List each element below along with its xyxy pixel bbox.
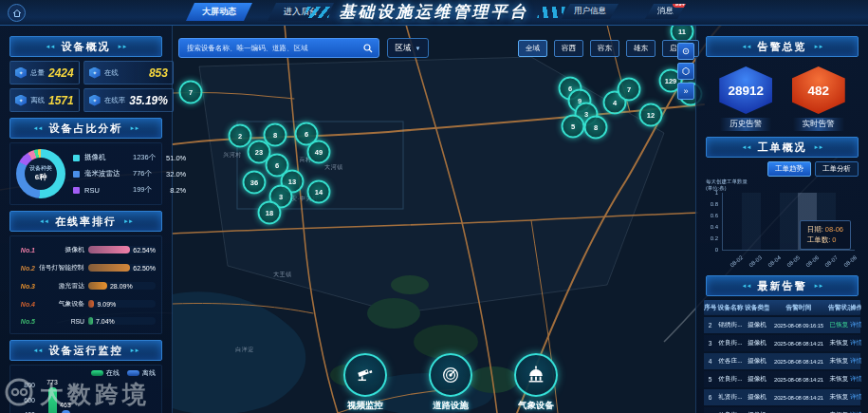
rank-percentage: 7.04% <box>96 318 115 325</box>
locate-button[interactable] <box>677 43 694 60</box>
cell-alarm-time: 2025-08-08 08:14:21 <box>769 359 828 365</box>
rank-bar-track: 28.09% <box>88 282 156 290</box>
column-header: 序号 <box>704 303 716 312</box>
filter-chip-2[interactable]: 容东 <box>590 40 619 57</box>
map-place-label: 大河镇 <box>324 163 343 172</box>
monitor-bar-value: 463 <box>56 402 76 408</box>
rank-percentage: 62.50% <box>133 265 156 272</box>
map-place-label: 兴河村 <box>223 151 242 160</box>
column-header: 告警时间 <box>769 303 828 312</box>
filter-chip-3[interactable]: 雄东 <box>626 40 656 57</box>
search-icon[interactable] <box>363 40 373 57</box>
table-row: 7佐良街...摄像机2025-08-08 08:14:21未恢复详情 <box>704 407 860 413</box>
cluster-marker[interactable]: 7 <box>618 78 641 102</box>
cell-device-name: 佐良街... <box>716 339 745 347</box>
header-arrow-icon: ◄◄ <box>33 347 43 353</box>
region-dropdown[interactable]: 区域 ▼ <box>387 38 429 58</box>
donut-center-value: 6种 <box>35 173 46 182</box>
legend-swatch <box>73 187 80 194</box>
device-stat-icon: ✦ <box>89 67 101 79</box>
device-stat-label: 在线率 <box>104 96 126 105</box>
detail-link[interactable]: 详情 <box>850 357 861 366</box>
filter-chip-1[interactable]: 容西 <box>554 40 583 57</box>
cluster-marker[interactable]: 7 <box>179 81 203 104</box>
device-overview-title: 设备概况 <box>62 40 111 54</box>
rank-bar <box>88 300 94 308</box>
device-stat-card: ✦在线率35.19% <box>83 88 174 112</box>
detail-link[interactable]: 详情 <box>850 321 861 329</box>
device-ratio-panel: 设备种类 6种 摄像机1236个51.0%毫米波雷达776个32.0%RSU19… <box>9 142 162 205</box>
quick-buttons: 视频监控道路设施气象设备 <box>334 353 567 412</box>
map-filter-chips: 全域容西容东雄东启动区 <box>518 40 699 57</box>
device-stat-label: 在线 <box>104 68 119 78</box>
detail-link[interactable]: 详情 <box>850 393 861 402</box>
cluster-marker[interactable]: 12 <box>639 103 663 127</box>
section-header-device-monitor: ◄◄ 设备运行监控 ►► <box>9 340 162 361</box>
collapse-button[interactable]: » <box>677 83 694 100</box>
legend-pct: 8.2% <box>170 186 186 195</box>
cell-alarm-time: 2025-08-08 08:14:21 <box>769 377 828 383</box>
home-button[interactable] <box>8 4 26 22</box>
cell-alarm-status: 未恢复 <box>828 375 850 384</box>
device-ratio-donut-chart: 设备种类 6种 <box>16 149 65 198</box>
tab-workorder-trend[interactable]: 工单趋势 <box>767 161 811 177</box>
header-arrow-icon: ►► <box>130 125 139 131</box>
cluster-marker[interactable]: 36 <box>243 171 267 195</box>
monitor-bar-value: 773 <box>43 379 63 385</box>
rank-bar-track: 7.04% <box>88 317 156 325</box>
cluster-marker[interactable]: 2 <box>229 124 252 148</box>
legend-count: 199个 <box>133 185 161 195</box>
x-axis-label: 08-03 <box>748 254 764 268</box>
nav-screen-dynamic[interactable]: 大屏动态 <box>186 3 252 21</box>
header-arrow-icon: ►► <box>814 283 823 289</box>
page-title: 基础设施运维管理平台 <box>340 1 529 23</box>
rank-name: 摄像机 <box>39 245 84 254</box>
cluster-marker[interactable]: 18 <box>258 201 282 225</box>
nav-messages[interactable]: 消息99+ <box>645 4 686 19</box>
device-monitor-legend: 在线离线 <box>91 368 156 378</box>
alarm-card: 482实时告警 <box>792 66 845 131</box>
video-monitor-button[interactable]: 视频监控 <box>334 353 397 412</box>
chart-column <box>742 193 761 250</box>
tab-workorder-analysis[interactable]: 工单分析 <box>815 161 859 177</box>
cell-no: 5 <box>704 376 716 383</box>
header-arrow-icon: ◄◄ <box>33 125 43 131</box>
road-facility-button[interactable]: 道路设施 <box>419 353 482 412</box>
y-axis-tick: 800 <box>16 382 35 388</box>
legend-name: RSU <box>84 186 128 195</box>
section-header-online-ranking: ◄◄ 在线率排行 ►► <box>9 211 162 232</box>
search-input[interactable] <box>185 43 363 53</box>
online-ranking-panel: No.1摄像机62.54%No.2信号灯智能控制器62.50%No.3激光雷达2… <box>9 235 162 334</box>
legend-swatch <box>73 171 80 178</box>
cluster-marker[interactable]: 5 <box>562 115 585 139</box>
y-axis-tick: 0.8 <box>708 201 718 207</box>
donut-center-text: 设备种类 <box>29 165 52 173</box>
legend-swatch <box>73 155 80 161</box>
cluster-marker[interactable]: 8 <box>584 116 608 140</box>
y-axis-tick: 0.6 <box>708 213 718 218</box>
rank-bar <box>88 264 130 272</box>
workorder-trend-chart: 每天创建工单数量(单位:条) 08-0208-0308-0408-0508-06… <box>706 178 859 270</box>
online-ranking-title: 在线率排行 <box>55 215 117 229</box>
filter-chip-0[interactable]: 全域 <box>518 40 547 57</box>
cell-no: 4 <box>704 358 716 365</box>
monitor-bar-group: 773463 <box>48 387 70 413</box>
ranking-row: No.4气象设备9.09% <box>16 299 156 309</box>
ranking-row: No.3激光雷达28.09% <box>16 281 156 291</box>
monitor-bar-wrap: 773 <box>48 387 57 413</box>
layers-button[interactable] <box>677 63 694 80</box>
title-decoration-left <box>304 7 332 18</box>
legend-label: 在线 <box>106 368 120 378</box>
detail-link[interactable]: 详情 <box>850 375 861 384</box>
cell-device-name: 锦绣街... <box>716 321 745 329</box>
cluster-marker[interactable]: 14 <box>307 180 331 204</box>
cell-no: 3 <box>704 340 716 347</box>
cell-alarm-time: 2025-08-08 08:14:21 <box>769 395 828 401</box>
legend-label: 离线 <box>142 368 156 378</box>
detail-link[interactable]: 详情 <box>850 339 861 347</box>
cell-no: 2 <box>704 322 716 329</box>
weather-device-button[interactable]: 气象设备 <box>505 353 567 412</box>
nav-user-info[interactable]: 用户信息 <box>562 4 619 19</box>
table-row: 4佐各庄...摄像机2025-08-08 08:14:21未恢复详情 <box>704 353 860 369</box>
cluster-marker[interactable]: 49 <box>307 141 331 164</box>
